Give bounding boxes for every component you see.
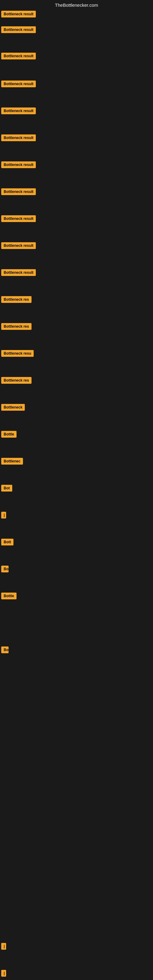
bottleneck-badge: Bottleneck result [1,52,36,59]
bottleneck-badge: Bottleneck result [1,269,36,276]
bottleneck-badge: Bottleneck [1,404,25,411]
site-title: TheBottlenecker.com [0,0,153,9]
bottleneck-badge: | [1,943,6,950]
bottleneck-badge: Bot [1,485,12,492]
bottleneck-result-item: Bottleneck result [1,26,36,34]
bottleneck-badge: Bott [1,539,13,546]
bottleneck-badge: Bottleneck result [1,26,36,33]
bottleneck-badge: Bottleneck result [1,108,36,114]
bottleneck-result-item: Bottle [1,593,16,601]
bottleneck-badge: Bottleneck res [1,377,32,384]
bottleneck-result-item: Bottleneck result [1,269,36,277]
bottleneck-badge: Bottleneck result [1,215,36,222]
bottleneck-result-item: Bottleneck [1,404,25,412]
bottleneck-badge: Bottle [1,593,16,599]
bottleneck-badge: Bottlenec [1,458,23,465]
bottleneck-result-item: Bo [1,646,9,654]
bottleneck-result-item: Bottleneck result [1,11,36,19]
bottleneck-result-item: | [1,970,6,978]
bottleneck-badge: Bottleneck result [1,134,36,141]
bottleneck-badge: Bo [1,566,9,573]
bottleneck-result-item: Bottleneck result [1,134,36,142]
bottleneck-badge: Bo [1,646,9,653]
bottleneck-result-item: Bottlenec [1,458,23,466]
bottleneck-badge: Bottleneck res [1,323,32,330]
bottleneck-badge: Bottleneck result [1,188,36,195]
bottleneck-result-item: Bottle [1,431,16,439]
bottleneck-badge: Bottle [1,431,16,438]
bottleneck-badge: Bottleneck resu [1,350,33,357]
bottleneck-badge: Bottleneck result [1,11,36,18]
bottleneck-badge: | [1,512,6,519]
bottleneck-result-item: Bottleneck res [1,323,32,331]
bottleneck-result-item: | [1,943,6,951]
bottleneck-result-item: Bottleneck result [1,161,36,169]
bottleneck-result-item: Bo [1,566,9,574]
bottleneck-result-item: Bot [1,485,12,493]
bottleneck-badge: Bottleneck res [1,296,32,303]
bottleneck-result-item: Bottleneck result [1,52,36,60]
bottleneck-badge: Bottleneck result [1,161,36,168]
bottleneck-result-item: Bottleneck res [1,377,32,385]
bottleneck-result-item: Bottleneck result [1,215,36,223]
bottleneck-result-item: | [1,512,6,520]
bottleneck-result-item: Bottleneck result [1,108,36,115]
bottleneck-result-item: Bottleneck resu [1,350,33,358]
bottleneck-result-item: Bottleneck res [1,296,32,304]
bottleneck-result-item: Bott [1,539,13,547]
bottleneck-badge: Bottleneck result [1,242,36,249]
bottleneck-badge: | [1,970,6,977]
bottleneck-result-item: Bottleneck result [1,188,36,196]
bottleneck-result-item: Bottleneck result [1,81,36,89]
bottleneck-badge: Bottleneck result [1,81,36,87]
bottleneck-result-item: Bottleneck result [1,242,36,250]
